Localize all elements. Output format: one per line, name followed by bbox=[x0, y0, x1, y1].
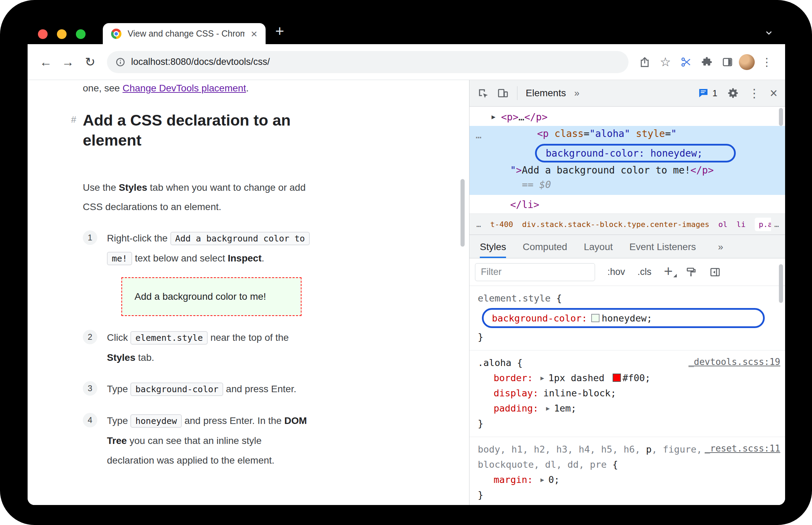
shorthand-disclosure-icon[interactable]: ▶ bbox=[546, 405, 550, 412]
css-property-value[interactable]: honeydew; bbox=[602, 313, 652, 324]
decl-border[interactable]: border:▶1px dashed #f00; bbox=[478, 370, 785, 386]
paint-roller-icon[interactable] bbox=[685, 266, 697, 278]
heading-anchor-hash[interactable]: # bbox=[71, 115, 76, 125]
step-3-text: Type background-color and press Enter. bbox=[107, 379, 307, 399]
extensions-puzzle-icon[interactable] bbox=[697, 53, 716, 71]
side-panel-icon[interactable] bbox=[718, 53, 737, 71]
dom-selected-node[interactable]: … <p class="aloha" style=" background-co… bbox=[469, 126, 785, 195]
site-info-icon[interactable] bbox=[115, 57, 126, 67]
tab-search-chevron-icon[interactable] bbox=[764, 28, 774, 38]
inline-code: element.style bbox=[130, 331, 208, 345]
breadcrumb-overflow-left[interactable]: … bbox=[476, 220, 481, 229]
demo-target-box[interactable]: Add a background color to me! bbox=[121, 277, 301, 316]
color-swatch-red[interactable] bbox=[613, 374, 621, 382]
profile-avatar[interactable] bbox=[739, 54, 755, 70]
toggle-hover-state-button[interactable]: :hov bbox=[607, 267, 625, 277]
style-rule-aloha: .aloha { _devtools.scss:19 border:▶1px d… bbox=[469, 350, 785, 437]
devtools-menu-kebab-icon[interactable]: ⋮ bbox=[749, 87, 760, 99]
intro-prefix: one, see bbox=[83, 83, 122, 93]
address-bar[interactable]: localhost:8080/docs/devtools/css/ bbox=[107, 51, 628, 73]
breadcrumb-overflow-right[interactable]: … bbox=[771, 214, 785, 234]
devtools-close-icon[interactable]: × bbox=[770, 87, 778, 100]
breadcrumb-item[interactable]: div.stack.stack--block.type.center-image… bbox=[522, 220, 709, 229]
dollar-zero: $0 bbox=[539, 179, 551, 190]
tab-elements[interactable]: Elements bbox=[526, 88, 566, 99]
css-property-name[interactable]: background-color: bbox=[492, 313, 587, 324]
intro-line: one, see Change DevTools placement. bbox=[83, 83, 321, 94]
tab-computed[interactable]: Computed bbox=[523, 241, 567, 258]
selector-aloha[interactable]: .aloha bbox=[478, 357, 517, 368]
shorthand-disclosure-icon[interactable]: ▶ bbox=[541, 476, 544, 483]
doc-scrollbar-thumb[interactable] bbox=[461, 179, 465, 247]
styles-scrollbar-thumb[interactable] bbox=[779, 264, 783, 303]
share-button[interactable] bbox=[635, 53, 654, 71]
selector-element-style[interactable]: element.style bbox=[478, 293, 551, 304]
tab-styles[interactable]: Styles bbox=[480, 241, 506, 258]
matched-selector[interactable]: p bbox=[646, 444, 652, 455]
browser-toolbar: ← → ↻ localhost:8080/docs/devtools/css/ … bbox=[28, 44, 785, 80]
dom-overflow-ellipsis[interactable]: … bbox=[476, 129, 482, 141]
inline-code: background-color bbox=[130, 383, 223, 396]
step-1: 1 Right-click the Add a background color… bbox=[83, 228, 321, 268]
tab-title: View and change CSS - Chrom bbox=[128, 29, 245, 39]
browser-window: View and change CSS - Chrom × + ← → ↻ lo… bbox=[28, 20, 785, 505]
bookmark-star-icon[interactable]: ☆ bbox=[656, 53, 675, 71]
dom-scrollbar-thumb[interactable] bbox=[779, 108, 783, 126]
styles-annotation-ring: background-color: honeydew; bbox=[482, 308, 765, 328]
color-swatch-honeydew[interactable] bbox=[591, 314, 600, 322]
new-tab-button[interactable]: + bbox=[275, 23, 284, 39]
step-3-number: 3 bbox=[83, 381, 97, 396]
breadcrumb-item[interactable]: t-400 bbox=[490, 220, 513, 229]
disclosure-triangle-icon[interactable]: ▶ bbox=[492, 113, 495, 120]
step-4-number: 4 bbox=[83, 413, 97, 427]
browser-menu-kebab-icon[interactable]: ⋮ bbox=[757, 52, 777, 72]
step-2-number: 2 bbox=[83, 330, 97, 344]
chrome-favicon-icon bbox=[111, 29, 121, 39]
intro-suffix: . bbox=[246, 83, 249, 93]
forward-button[interactable]: → bbox=[58, 52, 78, 72]
new-style-rule-button[interactable]: + bbox=[664, 264, 673, 279]
styles-filter-input[interactable] bbox=[475, 263, 595, 281]
page-title: Add a CSS declaration to an element bbox=[83, 110, 297, 150]
minimize-window-button[interactable] bbox=[57, 29, 67, 39]
scissors-extension-icon[interactable] bbox=[677, 53, 695, 71]
back-button[interactable]: ← bbox=[36, 52, 56, 72]
more-tabs-chevron[interactable]: » bbox=[718, 242, 723, 258]
sidebar-tabs: Styles Computed Layout Event Listeners » bbox=[469, 235, 785, 258]
more-panels-chevron[interactable]: » bbox=[574, 88, 580, 99]
section-heading-wrap: # Add a CSS declaration to an element bbox=[83, 110, 297, 150]
breadcrumb-item[interactable]: li bbox=[736, 220, 746, 229]
decl-padding[interactable]: padding:▶1em; bbox=[478, 401, 785, 416]
source-link[interactable]: _reset.scss:11 bbox=[705, 443, 780, 454]
shorthand-disclosure-icon[interactable]: ▶ bbox=[541, 374, 544, 382]
step-4: 4 Type honeydew and press Enter. In the … bbox=[83, 411, 321, 470]
reload-button[interactable]: ↻ bbox=[80, 52, 100, 72]
step-2: 2 Click element.style near the top of th… bbox=[83, 328, 321, 367]
close-window-button[interactable] bbox=[38, 29, 48, 39]
issues-button[interactable]: 1 bbox=[698, 88, 717, 99]
dom-dollar-zero-line: == $0 bbox=[522, 179, 551, 190]
decl-margin[interactable]: margin:▶0; bbox=[478, 472, 785, 487]
dom-collapsed-node[interactable]: ▶<p>…</p> bbox=[492, 111, 547, 123]
zoom-window-button[interactable] bbox=[76, 29, 86, 39]
breadcrumb-item[interactable]: ol bbox=[719, 220, 728, 229]
computed-sidebar-toggle-icon[interactable] bbox=[709, 266, 721, 278]
tab-event-listeners[interactable]: Event Listeners bbox=[630, 241, 696, 258]
tab-layout[interactable]: Layout bbox=[584, 241, 613, 258]
toggle-class-button[interactable]: .cls bbox=[637, 267, 652, 277]
browser-tab[interactable]: View and change CSS - Chrom × bbox=[103, 23, 266, 44]
decl-display[interactable]: display:inline-block; bbox=[478, 386, 785, 401]
step-3: 3 Type background-color and press Enter. bbox=[83, 379, 321, 399]
doc-pane: one, see Change DevTools placement. # Ad… bbox=[28, 80, 469, 505]
inspect-element-icon[interactable] bbox=[477, 87, 489, 99]
devtools-panel: Elements » 1 ⋮ × ▶< bbox=[469, 80, 785, 505]
styles-filter-bar: :hov .cls + bbox=[469, 258, 785, 286]
source-link[interactable]: _devtools.scss:19 bbox=[689, 357, 780, 367]
issues-count-badge: 1 bbox=[712, 88, 717, 99]
tab-close-icon[interactable]: × bbox=[251, 28, 257, 39]
dom-closing-li[interactable]: </li> bbox=[510, 199, 539, 210]
dom-inline-style-value[interactable]: background-color: honeydew; bbox=[546, 148, 703, 159]
change-devtools-placement-link[interactable]: Change DevTools placement bbox=[122, 83, 246, 93]
settings-gear-icon[interactable] bbox=[727, 87, 739, 99]
device-toolbar-icon[interactable] bbox=[497, 87, 509, 99]
